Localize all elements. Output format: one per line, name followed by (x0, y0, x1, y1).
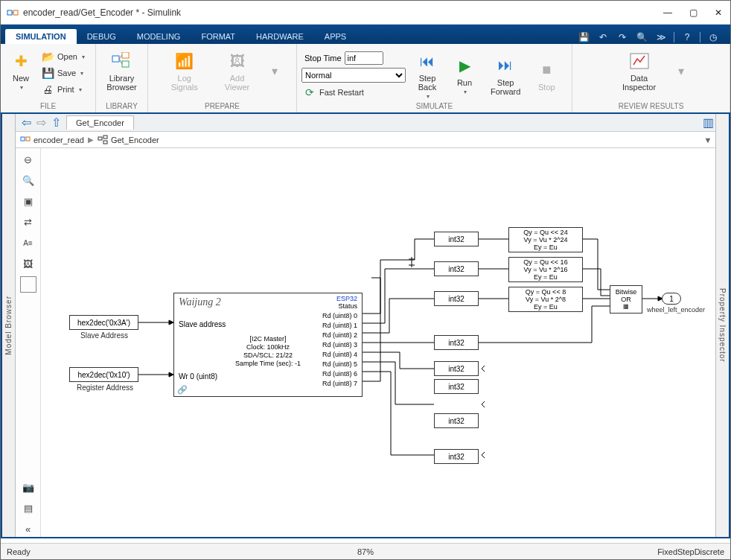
stop-time-input[interactable] (345, 51, 383, 65)
explorer-bar: ⊖ 🔍 ▣ ⇄ A≡ 🖼 📷 ▤ « (16, 148, 41, 537)
save-button[interactable]: 💾Save▾ (39, 65, 86, 81)
add-viewer-icon: 🖼 (226, 50, 249, 72)
constant-slave-address[interactable]: hex2dec('0x3A') (69, 315, 138, 330)
svg-line-6 (119, 55, 122, 59)
tab-format[interactable]: FORMAT (191, 29, 246, 44)
fast-restart-icon: ⟳ (303, 86, 316, 99)
editor-tab-get-encoder[interactable]: Get_Encoder (66, 115, 134, 130)
tab-apps[interactable]: APPS (314, 29, 357, 44)
fast-restart-button[interactable]: ⟳Fast Restart (301, 84, 406, 101)
crumb-root[interactable]: encoder_read (33, 136, 84, 144)
save-icon: 💾 (41, 66, 54, 80)
simulink-logo-icon (7, 7, 19, 19)
property-inspector-panel[interactable]: Property Inspector (715, 114, 729, 537)
close-button[interactable]: ✕ (712, 7, 724, 19)
constant-register-address[interactable]: hex2dec('0x10') (69, 367, 138, 382)
screenshot-icon[interactable]: 📷 (20, 479, 36, 495)
qat-search-icon[interactable]: 🔍 (635, 31, 648, 44)
model-info-icon[interactable]: ▤ (20, 500, 36, 516)
diagram-canvas[interactable]: hex2dec('0x3A') Slave Address hex2dec('0… (41, 148, 715, 537)
print-button[interactable]: 🖨Print▾ (39, 81, 86, 98)
minimize-button[interactable]: — (662, 7, 674, 19)
new-button[interactable]: ✚ New ▾ (5, 48, 36, 92)
shift-24[interactable]: Qy = Qu << 24Vy = Vu * 2^24Ey = Eu (508, 227, 583, 252)
group-label-review: REVIEW RESULTS (577, 101, 725, 111)
tab-hardware[interactable]: HARDWARE (246, 29, 314, 44)
library-icon (111, 50, 133, 72)
editor-tabbar: ⇦ ⇨ ⇧ Get_Encoder ▥ (16, 114, 715, 132)
area-icon[interactable] (20, 276, 36, 293)
tab-simulation[interactable]: SIMULATION (5, 29, 77, 44)
library-browser-button[interactable]: Library Browser (102, 48, 141, 93)
tab-modeling[interactable]: MODELING (127, 29, 191, 44)
qat-gear-icon[interactable]: ◷ (706, 31, 720, 44)
shift-16[interactable]: Qy = Qu << 16Vy = Vu * 2^16Ey = Eu (508, 257, 583, 282)
log-signals-button[interactable]: 📶 Log Signals (167, 48, 202, 93)
svg-rect-0 (7, 10, 12, 15)
qat-undo-icon[interactable]: ↶ (596, 31, 610, 44)
cast-int32-6[interactable]: int32 (434, 413, 479, 428)
step-forward-button[interactable]: ⏭ Step Forward (486, 53, 525, 98)
collapse-explorer-icon[interactable]: « (20, 521, 36, 537)
model-browser-panel[interactable]: Model Browser (2, 114, 16, 537)
fit-to-view-icon[interactable]: ▣ (20, 193, 36, 209)
qat-help-icon[interactable]: ? (680, 31, 694, 44)
stop-icon: ■ (535, 59, 558, 81)
svg-rect-9 (21, 137, 25, 141)
nav-forward-icon[interactable]: ⇨ (33, 115, 48, 130)
cast-int32-0[interactable]: int32 (434, 232, 479, 246)
cast-int32-3[interactable]: int32 (434, 335, 479, 350)
outport-1[interactable]: 1 (662, 293, 681, 305)
qat-save-icon[interactable]: 💾 (577, 31, 590, 44)
stop-button[interactable]: ■ Stop (531, 57, 562, 93)
label-slave-address: Slave Address (77, 331, 132, 340)
outport-label: wheel_left_encoder (644, 306, 708, 314)
label-register-address: Register Address (71, 384, 139, 392)
svg-rect-12 (103, 136, 107, 139)
titlebar: encoder_read/Get_Encoder * - Simulink — … (1, 1, 730, 25)
qat-redo-icon[interactable]: ↷ (616, 31, 629, 44)
group-label-prepare: PREPARE (153, 101, 292, 111)
window-title: encoder_read/Get_Encoder * - Simulink (23, 7, 662, 18)
cast-int32-5[interactable]: int32 (434, 379, 479, 394)
image-icon[interactable]: 🖼 (20, 255, 36, 272)
data-inspector-icon (628, 50, 651, 72)
i2c-master-block[interactable]: Waijung 2 ESP32Status Slave address Wr 0… (173, 293, 363, 397)
maximize-button[interactable]: ▢ (687, 7, 699, 19)
open-button[interactable]: 📂Open▾ (39, 48, 86, 65)
group-label-library: LIBRARY (100, 101, 143, 111)
zoom-in-icon[interactable]: 🔍 (20, 172, 36, 188)
step-forward-icon: ⏭ (494, 54, 517, 77)
qat-shortcuts-icon[interactable]: ≫ (654, 31, 668, 44)
run-icon: ▶ (453, 54, 476, 77)
sample-time-legend-icon[interactable]: ⇄ (20, 214, 36, 230)
print-icon: 🖨 (41, 83, 54, 96)
cast-int32-7[interactable]: int32 (434, 449, 479, 464)
crumb-dropdown-icon[interactable]: ▼ (700, 133, 715, 147)
shift-8[interactable]: Qy = Qu << 8Vy = Vu * 2^8Ey = Eu (508, 287, 583, 312)
signal-lines (41, 148, 715, 537)
nav-up-icon[interactable]: ⇧ (48, 115, 63, 130)
annotation-icon[interactable]: A≡ (20, 235, 36, 251)
bitwise-or[interactable]: BitwiseOR▦ (610, 285, 642, 314)
toolstrip: ✚ New ▾ 📂Open▾ 💾Save▾ 🖨Print▾ FILE Libra… (1, 44, 730, 114)
cast-int32-2[interactable]: int32 (434, 291, 479, 306)
run-button[interactable]: ▶ Run▾ (449, 53, 480, 97)
cast-int32-4[interactable]: int32 (434, 361, 479, 376)
tab-debug[interactable]: DEBUG (77, 29, 127, 44)
group-label-simulate: SIMULATE (301, 101, 567, 111)
crumb-sub[interactable]: Get_Encoder (111, 136, 159, 144)
step-back-button[interactable]: ⏮ Step Back▾ (412, 48, 443, 101)
nav-back-icon[interactable]: ⇦ (19, 115, 33, 130)
svg-rect-5 (122, 61, 129, 67)
ribbon-tabstrip: SIMULATION DEBUG MODELING FORMAT HARDWAR… (1, 25, 730, 44)
status-solver: FixedStepDiscrete (657, 547, 724, 556)
add-viewer-button[interactable]: 🖼 Add Viewer (220, 48, 254, 93)
open-icon: 📂 (41, 50, 54, 63)
show-canvas-info-icon[interactable]: ▥ (700, 115, 715, 130)
new-icon: ✚ (10, 50, 32, 72)
sim-mode-select[interactable]: Normal (301, 68, 406, 83)
cast-int32-1[interactable]: int32 (434, 261, 479, 276)
hide-explorer-icon[interactable]: ⊖ (20, 151, 36, 168)
data-inspector-button[interactable]: Data Inspector (618, 48, 660, 93)
